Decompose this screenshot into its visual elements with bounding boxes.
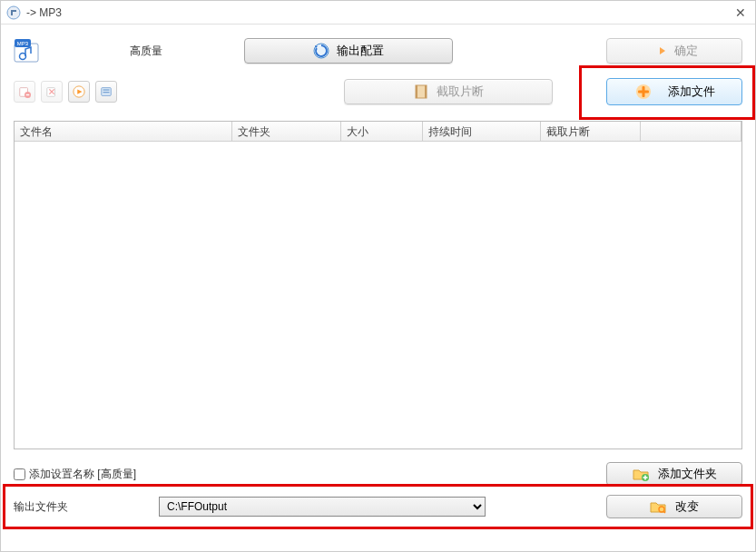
append-settings-checkbox[interactable] xyxy=(14,468,25,480)
table-header: 文件名 文件夹 大小 持续时间 截取片断 xyxy=(15,122,741,142)
bottom-row-1: 添加设置名称 [高质量] 添加文件夹 xyxy=(14,458,742,489)
titlebar: -> MP3 ✕ xyxy=(1,1,755,25)
confirm-button[interactable]: 确定 xyxy=(606,38,742,64)
top-toolbar: MP3 高质量 输出配置 确定 xyxy=(1,25,755,113)
small-icon-group xyxy=(14,81,117,103)
add-file-label: 添加文件 xyxy=(668,84,715,100)
col-header-name[interactable]: 文件名 xyxy=(15,122,232,141)
col-header-folder[interactable]: 文件夹 xyxy=(232,122,341,141)
bottom-row-2: 输出文件夹 C:\FFOutput 改变 xyxy=(14,491,742,522)
append-settings-checkbox-wrap[interactable]: 添加设置名称 [高质量] xyxy=(14,467,136,482)
add-folder-label: 添加文件夹 xyxy=(658,466,717,482)
col-header-clip[interactable]: 截取片断 xyxy=(541,122,641,141)
file-table: 文件名 文件夹 大小 持续时间 截取片断 xyxy=(14,121,742,449)
folder-plus-icon xyxy=(633,466,649,482)
svg-rect-13 xyxy=(103,92,110,93)
clear-button[interactable] xyxy=(41,81,63,103)
remove-item-button[interactable] xyxy=(14,81,35,103)
col-header-spacer xyxy=(641,122,741,141)
folder-search-icon xyxy=(650,498,666,515)
mp3-format-icon: MP3 xyxy=(14,38,39,64)
output-folder-select[interactable]: C:\FFOutput xyxy=(159,497,486,517)
col-header-size[interactable]: 大小 xyxy=(341,122,423,141)
add-file-wrap: 添加文件 xyxy=(606,78,742,105)
col-header-duration[interactable]: 持续时间 xyxy=(423,122,541,141)
plus-icon xyxy=(633,84,659,100)
change-folder-button[interactable]: 改变 xyxy=(606,495,742,518)
svg-rect-19 xyxy=(638,91,649,94)
svg-rect-12 xyxy=(103,89,110,90)
add-folder-button[interactable]: 添加文件夹 xyxy=(606,462,742,486)
svg-point-0 xyxy=(7,6,20,19)
options-button[interactable] xyxy=(95,81,117,103)
svg-rect-15 xyxy=(416,85,417,98)
confirm-label: 确定 xyxy=(674,43,698,59)
quality-label: 高质量 xyxy=(130,44,162,59)
output-config-button[interactable]: 输出配置 xyxy=(244,38,453,64)
output-config-label: 输出配置 xyxy=(337,43,384,59)
arrow-right-icon xyxy=(651,43,667,59)
toolbar-row-1: MP3 高质量 输出配置 确定 xyxy=(14,34,742,68)
gear-spin-icon xyxy=(313,43,329,59)
close-button[interactable]: ✕ xyxy=(731,4,750,22)
output-folder-label: 输出文件夹 xyxy=(14,499,159,515)
svg-rect-16 xyxy=(425,85,427,98)
window-title: -> MP3 xyxy=(26,6,731,19)
clip-button[interactable]: 截取片断 xyxy=(344,79,553,104)
change-label: 改变 xyxy=(675,498,699,515)
add-file-button[interactable]: 添加文件 xyxy=(606,78,742,105)
svg-rect-8 xyxy=(26,94,30,95)
bottom-section: 添加设置名称 [高质量] 添加文件夹 输出文件夹 C:\FFOutput xyxy=(1,449,755,526)
append-settings-label: 添加设置名称 [高质量] xyxy=(29,467,136,482)
clip-label: 截取片断 xyxy=(437,84,484,100)
svg-text:MP3: MP3 xyxy=(17,41,29,46)
app-icon xyxy=(6,5,21,20)
play-button[interactable] xyxy=(68,81,90,103)
film-clip-icon xyxy=(413,84,429,100)
toolbar-row-2: 截取片断 添加文件 xyxy=(14,74,742,110)
svg-rect-22 xyxy=(643,477,647,478)
output-row-wrap: 输出文件夹 C:\FFOutput 改变 xyxy=(14,489,742,522)
